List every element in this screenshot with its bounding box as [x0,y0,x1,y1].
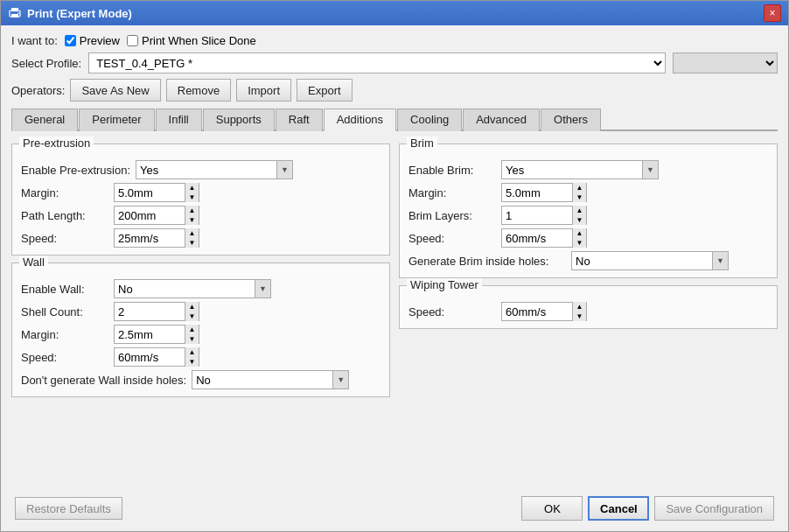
wall-speed-up[interactable]: ▲ [185,347,199,357]
svg-rect-2 [11,14,18,18]
ok-button[interactable]: OK [521,496,583,521]
wall-margin-label: Margin: [21,328,108,341]
profile-extra-select[interactable] [673,52,778,74]
wall-margin-input[interactable] [115,326,185,343]
tab-general[interactable]: General [11,108,78,131]
pre-extrusion-speed-input[interactable] [115,229,185,247]
pre-extrusion-speed-spinbox[interactable]: ▲ ▼ [114,228,199,248]
import-button[interactable]: Import [236,79,291,102]
brim-margin-label: Margin: [408,186,496,200]
brim-speed-row: Speed: ▲ ▼ [408,228,768,248]
pre-extrusion-margin-btns: ▲ ▼ [185,183,199,202]
shell-count-input[interactable] [115,303,185,320]
brim-inside-holes-select[interactable]: NoYes [572,252,712,270]
cancel-button[interactable]: Cancel [588,496,649,521]
pre-extrusion-speed-up[interactable]: ▲ [185,228,199,238]
path-length-input[interactable] [115,206,185,224]
pre-extrusion-margin-down[interactable]: ▼ [185,192,199,202]
enable-wall-combo[interactable]: NoYes ▼ [114,279,271,298]
pre-extrusion-margin-up[interactable]: ▲ [185,183,199,192]
tab-raft[interactable]: Raft [276,108,323,131]
print-when-checkbox[interactable] [127,35,138,46]
brim-layers-down[interactable]: ▼ [572,215,586,225]
brim-margin-spinbox[interactable]: ▲ ▼ [501,183,587,202]
brim-margin-down[interactable]: ▼ [572,192,586,202]
tab-supports[interactable]: Supports [203,108,275,131]
enable-pre-extrusion-arrow[interactable]: ▼ [276,161,292,178]
brim-inside-holes-arrow[interactable]: ▼ [712,252,728,270]
enable-wall-arrow[interactable]: ▼ [255,280,270,298]
save-as-new-button[interactable]: Save As New [70,79,160,102]
wall-speed-down[interactable]: ▼ [185,357,199,367]
print-when-checkbox-area: Print When Slice Done [127,34,256,47]
wall-margin-spinbox[interactable]: ▲ ▼ [114,325,199,344]
print-when-label: Print When Slice Done [142,34,256,47]
tab-advanced[interactable]: Advanced [463,108,540,131]
path-length-up[interactable]: ▲ [185,206,199,215]
pre-extrusion-speed-down[interactable]: ▼ [185,238,199,248]
restore-defaults-button[interactable]: Restore Defaults [15,497,122,520]
title-bar-left: Print (Expert Mode) [8,6,132,20]
brim-speed-down[interactable]: ▼ [572,238,586,248]
wall-margin-down[interactable]: ▼ [185,334,199,344]
brim-margin-up[interactable]: ▲ [572,183,586,192]
wall-margin-up[interactable]: ▲ [185,325,199,334]
wall-speed-input[interactable] [115,348,185,366]
wall-inside-holes-row: Don't generate Wall inside holes: NoYes … [21,370,381,389]
wiping-speed-spinbox[interactable]: ▲ ▼ [501,302,587,321]
tab-cooling[interactable]: Cooling [397,108,462,131]
enable-brim-arrow[interactable]: ▼ [642,161,658,178]
profile-select[interactable]: TEST_0.4_PETG * [88,52,666,74]
shell-count-up[interactable]: ▲ [185,302,199,312]
shell-count-spinbox[interactable]: ▲ ▼ [114,302,199,321]
title-bar: Print (Expert Mode) × [1,1,788,25]
wiping-speed-up[interactable]: ▲ [572,302,586,312]
tab-others[interactable]: Others [541,108,601,131]
brim-layers-btns: ▲ ▼ [572,206,586,225]
wiping-speed-down[interactable]: ▼ [572,312,586,321]
tab-infill[interactable]: Infill [156,108,202,131]
brim-layers-row: Brim Layers: ▲ ▼ [408,206,768,225]
wall-speed-spinbox[interactable]: ▲ ▼ [114,347,199,367]
brim-inside-holes-combo[interactable]: NoYes ▼ [571,251,729,270]
pre-extrusion-margin-input[interactable] [115,184,185,201]
enable-wall-label: Enable Wall: [21,283,108,296]
export-button[interactable]: Export [297,79,353,102]
i-want-to-label: I want to: [11,34,58,47]
tab-perimeter[interactable]: Perimeter [79,108,154,131]
brim-speed-btns: ▲ ▼ [572,228,586,248]
wiping-tower-title: Wiping Tower [407,278,482,291]
pre-extrusion-speed-label: Speed: [21,232,108,245]
save-configuration-button[interactable]: Save Configuration [654,496,774,521]
tab-additions[interactable]: Additions [324,108,396,131]
brim-layers-up[interactable]: ▲ [572,206,586,215]
wiping-speed-input[interactable] [502,303,572,320]
print-icon [8,6,22,20]
preview-checkbox-area: Preview [65,34,120,47]
path-length-spinbox[interactable]: ▲ ▼ [114,206,199,225]
pre-extrusion-margin-row: Margin: ▲ ▼ [21,183,381,202]
preview-checkbox[interactable] [65,35,76,46]
enable-brim-combo[interactable]: YesNo ▼ [501,160,659,179]
brim-margin-input[interactable] [502,184,572,201]
content-area: Pre-extrusion Enable Pre-extrusion: YesN… [11,136,778,486]
brim-speed-input[interactable] [502,229,572,247]
remove-button[interactable]: Remove [166,79,231,102]
brim-layers-input[interactable] [502,206,572,224]
brim-speed-up[interactable]: ▲ [572,228,586,238]
path-length-down[interactable]: ▼ [185,215,199,225]
shell-count-down[interactable]: ▼ [185,312,199,321]
enable-pre-extrusion-combo[interactable]: YesNo ▼ [136,160,293,179]
enable-brim-select[interactable]: YesNo [502,161,642,178]
wall-inside-holes-select[interactable]: NoYes [192,371,332,388]
pre-extrusion-margin-spinbox[interactable]: ▲ ▼ [114,183,199,202]
wall-inside-holes-combo[interactable]: NoYes ▼ [192,370,349,389]
brim-layers-spinbox[interactable]: ▲ ▼ [501,206,587,225]
wall-inside-holes-arrow[interactable]: ▼ [332,371,348,388]
brim-speed-spinbox[interactable]: ▲ ▼ [501,228,587,248]
enable-pre-extrusion-select[interactable]: YesNo [136,161,276,178]
wall-margin-btns: ▲ ▼ [185,325,199,344]
enable-wall-select[interactable]: NoYes [115,280,255,298]
close-button[interactable]: × [764,4,781,22]
wall-speed-btns: ▲ ▼ [185,347,199,367]
